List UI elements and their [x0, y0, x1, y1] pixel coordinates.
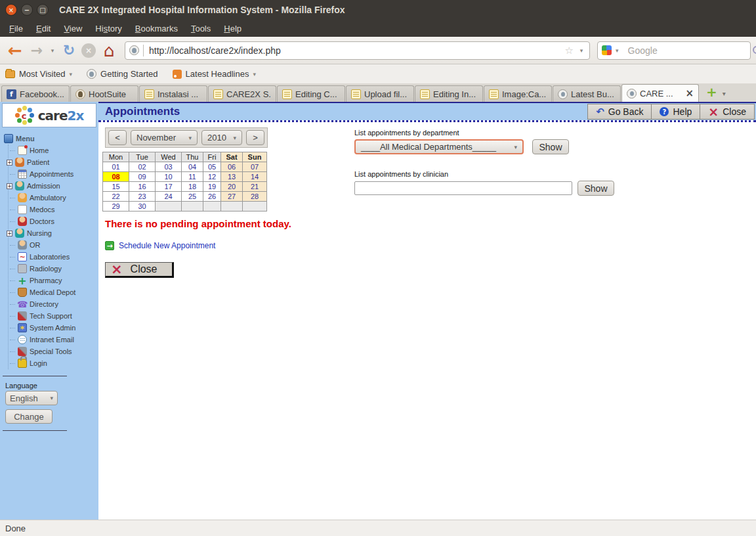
calendar-next-button[interactable]: >: [246, 130, 264, 145]
sidebar-item-or[interactable]: OR: [9, 239, 98, 251]
calendar-prev-button[interactable]: <: [108, 130, 127, 145]
browser-tab[interactable]: Instalasi ...: [139, 85, 207, 102]
history-dropdown-icon[interactable]: ▾: [49, 47, 56, 54]
menu-view[interactable]: View: [57, 22, 89, 35]
browser-tab[interactable]: Latest Bu...: [553, 85, 621, 102]
calendar-date-27[interactable]: 27: [221, 192, 243, 202]
menu-bookmarks[interactable]: Bookmarks: [129, 22, 184, 35]
sidebar-item-radiology[interactable]: Radiology: [9, 263, 98, 275]
bookmark-star-icon[interactable]: ☆: [565, 45, 574, 56]
calendar-date-13[interactable]: 13: [221, 172, 243, 182]
tab-close-icon[interactable]: ×: [685, 87, 694, 99]
menu-help[interactable]: Help: [217, 22, 248, 35]
reload-button-icon[interactable]: ↻: [60, 42, 78, 58]
calendar-date-05[interactable]: 05: [203, 162, 221, 172]
window-close-button[interactable]: ×: [5, 4, 17, 16]
url-bar[interactable]: ☆ ▾: [125, 41, 590, 60]
calendar-date-21[interactable]: 21: [243, 182, 267, 192]
calendar-date-20[interactable]: 20: [221, 182, 243, 192]
department-select[interactable]: ____All Medical Departments_____ ▾: [354, 139, 524, 154]
sidebar-item-tech-support[interactable]: Tech Support: [9, 310, 98, 322]
forward-button-icon[interactable]: →: [28, 42, 45, 58]
calendar-date-06[interactable]: 06: [221, 162, 243, 172]
calendar-date-01[interactable]: 01: [103, 162, 129, 172]
sidebar-item-intranet-email[interactable]: Intranet Email: [9, 334, 98, 346]
stop-button-icon[interactable]: ×: [81, 43, 96, 58]
expand-plus-icon[interactable]: +: [7, 160, 12, 166]
sidebar-item-admission[interactable]: +Admission: [9, 180, 98, 192]
sidebar-item-home[interactable]: Home: [9, 145, 98, 156]
close-page-button[interactable]: × Close: [700, 104, 755, 120]
browser-tab[interactable]: Editing In...: [415, 85, 483, 102]
sidebar-item-directory[interactable]: Directory: [9, 298, 98, 310]
schedule-new-appointment[interactable]: → Schedule New Appointment: [105, 241, 756, 250]
google-engine-icon[interactable]: [602, 45, 612, 55]
calendar-date-09[interactable]: 09: [129, 172, 156, 182]
sidebar-item-appointments[interactable]: Appointments: [9, 168, 98, 180]
calendar-date-15[interactable]: 15: [103, 182, 129, 192]
browser-tab[interactable]: Upload fil...: [346, 85, 414, 102]
calendar-date-07[interactable]: 07: [243, 162, 267, 172]
sidebar-item-medical-depot[interactable]: Medical Depot: [9, 286, 98, 298]
calendar-date-03[interactable]: 03: [156, 162, 182, 172]
bookmark-most-visited[interactable]: Most Visited ▾: [5, 69, 72, 79]
calendar-date-14[interactable]: 14: [243, 172, 267, 182]
browser-tab[interactable]: Facebook...: [1, 85, 70, 102]
sidebar-item-system-admin[interactable]: System Admin: [9, 322, 98, 334]
calendar-year-select[interactable]: 2010 ▾: [201, 130, 242, 145]
calendar-month-select[interactable]: November ▾: [131, 130, 198, 145]
calendar-date-11[interactable]: 11: [182, 172, 203, 182]
calendar-date-16[interactable]: 16: [129, 182, 156, 192]
calendar-date-26[interactable]: 26: [203, 192, 221, 202]
sidebar-item-doctors[interactable]: Doctors: [9, 215, 98, 227]
clinician-input[interactable]: [354, 181, 572, 195]
search-engine-dropdown-icon[interactable]: ▾: [616, 47, 619, 54]
calendar-date-28[interactable]: 28: [243, 192, 267, 202]
calendar-date-24[interactable]: 24: [156, 192, 182, 202]
search-bar[interactable]: ▾: [597, 41, 751, 60]
schedule-new-appointment-link[interactable]: Schedule New Appointment: [119, 241, 215, 250]
sidebar-item-laboratories[interactable]: Laboratories: [9, 251, 98, 263]
home-button-icon[interactable]: ⌂: [99, 41, 119, 60]
browser-tab[interactable]: CARE ...×: [621, 84, 699, 102]
calendar-date-19[interactable]: 19: [203, 182, 221, 192]
show-clinician-button[interactable]: Show: [578, 181, 614, 196]
sidebar-item-medocs[interactable]: Medocs: [9, 204, 98, 215]
menu-edit[interactable]: Edit: [30, 22, 57, 35]
window-maximize-button[interactable]: □: [37, 4, 49, 16]
bookmark-getting-started[interactable]: Getting Started: [87, 69, 158, 79]
help-button[interactable]: ? Help: [652, 104, 700, 120]
url-input[interactable]: [148, 45, 561, 56]
tab-overflow-dropdown-icon[interactable]: ▾: [723, 90, 726, 97]
calendar-date-17[interactable]: 17: [156, 182, 182, 192]
sidebar-item-patient[interactable]: +Patient: [9, 156, 98, 168]
calendar-date-04[interactable]: 04: [182, 162, 203, 172]
sidebar-item-nursing[interactable]: +Nursing: [9, 227, 98, 239]
calendar-date-23[interactable]: 23: [129, 192, 156, 202]
menu-history[interactable]: History: [89, 22, 128, 35]
calendar-date-29[interactable]: 29: [103, 202, 129, 212]
sidebar-item-login[interactable]: Login: [9, 357, 98, 369]
new-tab-button[interactable]: +: [706, 84, 717, 100]
calendar-date-12[interactable]: 12: [203, 172, 221, 182]
sidebar-item-ambulatory[interactable]: Ambulatory: [9, 192, 98, 204]
calendar-date-18[interactable]: 18: [182, 182, 203, 192]
menu-file[interactable]: File: [3, 22, 30, 35]
calendar-date-22[interactable]: 22: [103, 192, 129, 202]
window-minimize-button[interactable]: −: [21, 4, 33, 16]
language-select[interactable]: English ▾: [5, 391, 58, 405]
language-change-button[interactable]: Change: [5, 409, 52, 424]
search-magnifier-icon[interactable]: [752, 45, 756, 55]
browser-tab[interactable]: CARE2X S...: [208, 85, 276, 102]
calendar-date-10[interactable]: 10: [156, 172, 182, 182]
expand-plus-icon[interactable]: +: [7, 183, 12, 189]
calendar-date-08[interactable]: 08: [103, 172, 129, 182]
browser-tab[interactable]: Image:Ca...: [484, 85, 552, 102]
menu-tools[interactable]: Tools: [184, 22, 217, 35]
expand-plus-icon[interactable]: +: [7, 231, 12, 236]
show-department-button[interactable]: Show: [532, 139, 569, 154]
calendar-date-25[interactable]: 25: [182, 192, 203, 202]
browser-tab[interactable]: HootSuite: [70, 85, 138, 102]
calendar-date-30[interactable]: 30: [129, 202, 156, 212]
sidebar-item-menu-root[interactable]: Menu: [4, 133, 98, 145]
